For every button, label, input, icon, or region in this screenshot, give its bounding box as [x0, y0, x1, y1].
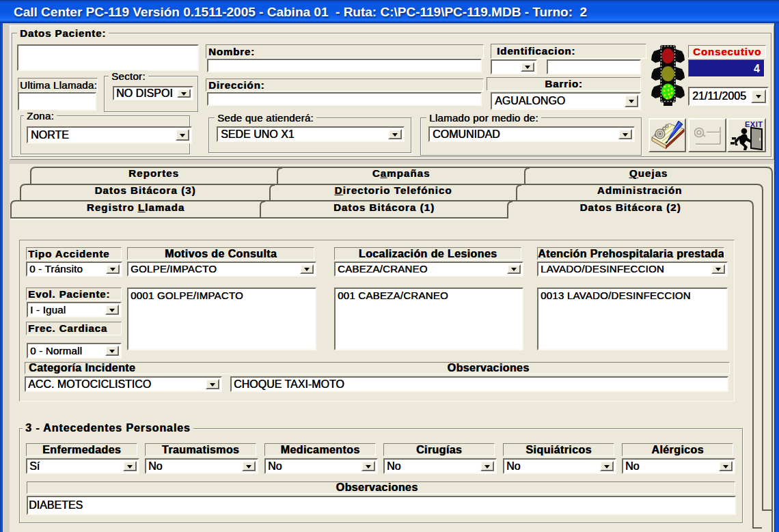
svg-text:EXIT: EXIT — [745, 120, 763, 128]
